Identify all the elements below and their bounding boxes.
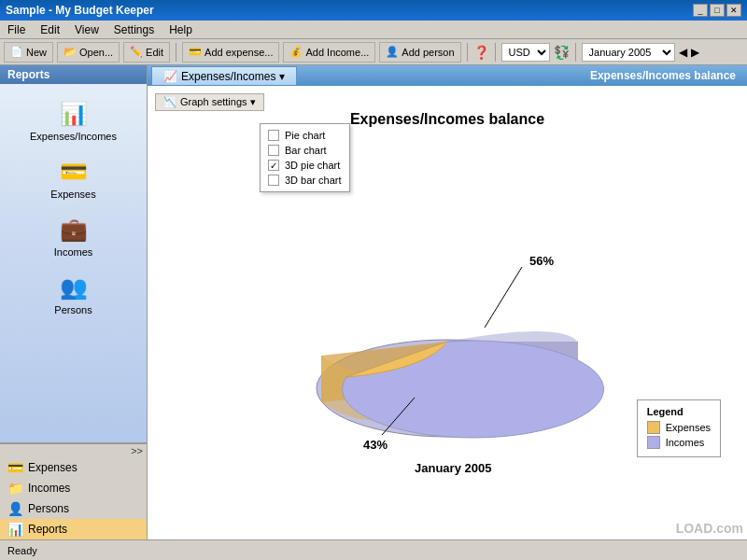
chart-title: Expenses/Incomes balance: [155, 111, 740, 128]
3dbar-check: [268, 175, 279, 186]
svg-line-2: [485, 267, 522, 328]
chart-settings-button[interactable]: 📉 Graph settings ▾: [155, 93, 264, 111]
separator-4: [575, 43, 576, 62]
edit-icon: ✏️: [130, 46, 143, 58]
chart-container: 📉 Graph settings ▾ Pie chart Bar chart ✓…: [148, 86, 747, 539]
status-text: Ready: [7, 545, 37, 556]
nav-forward-icon[interactable]: ▶: [691, 46, 699, 59]
bar-check: [268, 145, 279, 156]
edit-button[interactable]: ✏️ Edit: [123, 42, 170, 63]
separator-1: [176, 43, 176, 62]
separator-2: [467, 43, 468, 62]
title-bar: Sample - My Budget Keeper _ □ ✕: [0, 0, 747, 21]
content-area: 📈 Expenses/Incomes ▾ Expenses/Incomes ba…: [148, 65, 747, 539]
content-area-title: Expenses/Incomes balance: [590, 69, 743, 82]
currency-select[interactable]: USD EUR: [501, 43, 550, 62]
svg-text:43%: 43%: [363, 438, 388, 452]
3dpie-check: ✓: [268, 160, 279, 171]
legend-color-expenses: [647, 421, 660, 434]
maximize-button[interactable]: □: [710, 4, 725, 17]
menu-view[interactable]: View: [71, 22, 103, 37]
expenses-incomes-icon: 📊: [55, 99, 92, 129]
nav-reports-icon: 📊: [7, 522, 22, 537]
svg-text:56%: 56%: [529, 254, 554, 268]
expenses-label: Expenses: [50, 189, 95, 200]
add-person-icon: 👤: [386, 46, 399, 58]
add-expense-icon: 💳: [189, 46, 202, 58]
content-tab-bar: 📈 Expenses/Incomes ▾ Expenses/Incomes ba…: [148, 65, 747, 86]
date-select[interactable]: January 2005 February 2005: [582, 43, 675, 62]
chart-type-box: Pie chart Bar chart ✓ 3D pie chart 3D ba…: [260, 123, 350, 192]
chart-svg-container: 56% 43% January 2005 Legend Expenses: [155, 132, 740, 532]
add-expense-button[interactable]: 💳 Add expense...: [182, 42, 279, 63]
nav-incomes-icon: 📁: [7, 481, 22, 496]
nav-item-expenses[interactable]: 💳 Expenses: [0, 457, 147, 478]
sidebar-item-expenses-incomes[interactable]: 📊 Expenses/Incomes: [27, 93, 120, 147]
sidebar-item-incomes[interactable]: 💼 Incomes: [27, 209, 120, 263]
menu-file[interactable]: File: [4, 22, 29, 37]
sidebar: Reports 📊 Expenses/Incomes 💳 Expenses 💼 …: [0, 65, 148, 539]
window-title: Sample - My Budget Keeper: [6, 4, 154, 17]
pie-chart-svg: 56% 43% January 2005: [270, 183, 625, 482]
expenses-icon: 💳: [55, 157, 92, 187]
watermark: LOAD.com: [676, 521, 743, 536]
expenses-incomes-label: Expenses/Incomes: [30, 131, 117, 142]
legend-title: Legend: [647, 406, 711, 417]
menu-bar: File Edit View Settings Help: [0, 21, 747, 39]
window-controls: _ □ ✕: [693, 4, 741, 17]
bottom-nav: >> 💳 Expenses 📁 Incomes 👤 Persons 📊 Repo…: [0, 442, 147, 539]
toolbar: 📄 New 📂 Open... ✏️ Edit 💳 Add expense...…: [0, 39, 747, 65]
nav-expenses-icon: 💳: [7, 460, 22, 475]
svg-text:January 2005: January 2005: [415, 461, 491, 475]
persons-icon: 👥: [55, 273, 92, 302]
sidebar-item-persons[interactable]: 👥 Persons: [27, 267, 120, 321]
tab-graph-icon: 📈: [163, 70, 177, 83]
separator-3: [495, 43, 496, 62]
nav-item-persons[interactable]: 👤 Persons: [0, 498, 147, 519]
close-button[interactable]: ✕: [726, 4, 741, 17]
nav-back-icon[interactable]: ◀: [679, 46, 687, 59]
menu-help[interactable]: Help: [165, 22, 196, 37]
nav-item-reports[interactable]: 📊 Reports: [0, 519, 147, 539]
add-income-icon: 💰: [289, 46, 303, 58]
sidebar-item-expenses[interactable]: 💳 Expenses: [27, 151, 120, 205]
chart-type-pie[interactable]: Pie chart: [264, 128, 345, 143]
graph-settings-icon: 📉: [163, 96, 176, 108]
expand-button[interactable]: >>: [0, 444, 147, 457]
nav-item-incomes[interactable]: 📁 Incomes: [0, 478, 147, 498]
chart-type-3dpie[interactable]: ✓ 3D pie chart: [264, 158, 345, 173]
legend-item-expenses: Expenses: [647, 421, 711, 434]
legend-item-incomes: Incomes: [647, 436, 711, 449]
sidebar-icons: 📊 Expenses/Incomes 💳 Expenses 💼 Incomes …: [0, 84, 147, 442]
help-icon[interactable]: ❓: [473, 45, 489, 60]
currency-icon: 💱: [554, 45, 570, 60]
open-icon: 📂: [63, 46, 77, 58]
chart-type-bar[interactable]: Bar chart: [264, 143, 345, 158]
menu-edit[interactable]: Edit: [36, 22, 63, 37]
add-income-button[interactable]: 💰 Add Income...: [283, 42, 375, 63]
minimize-button[interactable]: _: [693, 4, 708, 17]
open-button[interactable]: 📂 Open...: [57, 42, 120, 63]
chart-type-3dbar[interactable]: 3D bar chart: [264, 173, 345, 188]
sidebar-header: Reports: [0, 65, 147, 84]
legend-color-incomes: [647, 436, 660, 449]
legend-box: Legend Expenses Incomes: [637, 399, 721, 457]
new-button[interactable]: 📄 New: [4, 42, 53, 63]
content-tab-expenses-incomes[interactable]: 📈 Expenses/Incomes ▾: [151, 66, 297, 85]
pie-check: [268, 130, 279, 141]
status-bar: Ready: [0, 539, 747, 560]
add-person-button[interactable]: 👤 Add person: [379, 42, 460, 63]
persons-label: Persons: [54, 304, 92, 315]
nav-persons-icon: 👤: [7, 501, 22, 516]
main-container: Reports 📊 Expenses/Incomes 💳 Expenses 💼 …: [0, 65, 747, 539]
incomes-icon: 💼: [55, 215, 92, 245]
menu-settings[interactable]: Settings: [110, 22, 158, 37]
incomes-label: Incomes: [54, 246, 93, 258]
new-icon: 📄: [10, 46, 23, 58]
